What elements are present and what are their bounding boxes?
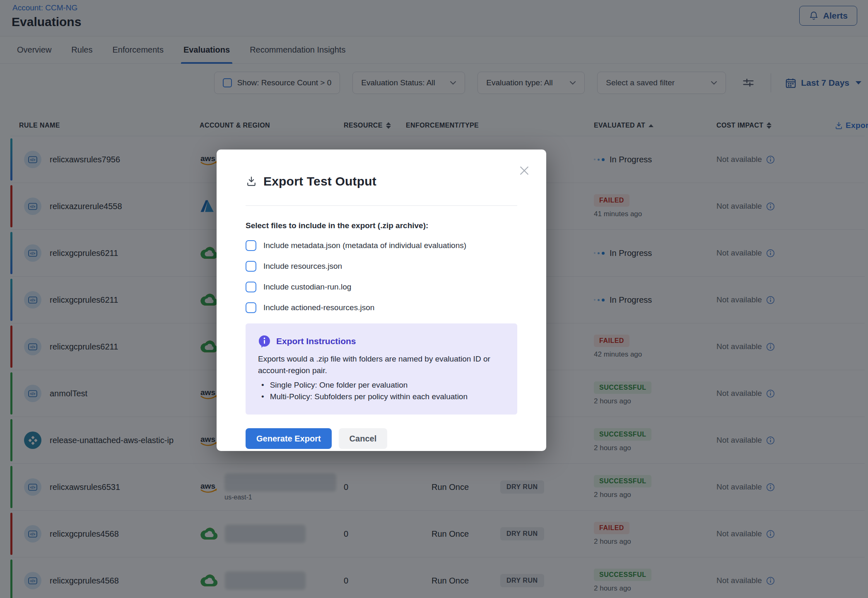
evaluations-page: Account: CCM-NG Evaluations Alerts Overv…	[0, 0, 868, 598]
checkbox-icon[interactable]	[246, 261, 256, 272]
checkbox-include-resources[interactable]: Include resources.json	[246, 260, 517, 272]
checkbox-include-actioned-resources[interactable]: Include actioned-resources.json	[246, 302, 517, 313]
generate-export-button[interactable]: Generate Export	[246, 428, 332, 449]
cancel-button[interactable]: Cancel	[339, 428, 388, 449]
select-files-label: Select files to include in the export (.…	[246, 221, 517, 230]
export-test-output-modal: Export Test Output Select files to inclu…	[217, 150, 546, 451]
checkbox-icon[interactable]	[246, 240, 256, 251]
checkbox-icon[interactable]	[246, 302, 256, 313]
divider	[246, 205, 517, 206]
download-icon	[246, 176, 257, 187]
modal-title: Export Test Output	[263, 174, 376, 188]
export-instructions-panel: Export Instructions Exports would a .zip…	[246, 323, 517, 415]
info-title: Export Instructions	[276, 336, 356, 346]
info-bullet: Single Policy: One folder per evaluation	[258, 379, 505, 391]
checkbox-include-metadata[interactable]: Include metadata.json (metadata of indiv…	[246, 240, 517, 251]
info-bubble-icon	[258, 335, 271, 347]
close-icon[interactable]	[517, 164, 531, 178]
info-body: Exports would a .zip file with folders a…	[258, 353, 494, 376]
info-bullet: Multi-Policy: Subfolders per policy with…	[258, 391, 505, 403]
checkbox-icon[interactable]	[246, 282, 256, 292]
checkbox-include-custodian-run-log[interactable]: Include custodian-run.log	[246, 281, 517, 292]
